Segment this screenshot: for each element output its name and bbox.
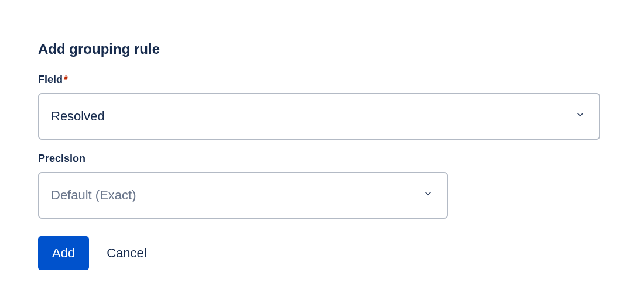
- precision-label: Precision: [38, 153, 606, 165]
- precision-select-placeholder: Default (Exact): [51, 188, 136, 203]
- precision-select-wrapper: Default (Exact): [38, 172, 448, 219]
- form-title: Add grouping rule: [38, 41, 606, 57]
- precision-group: Precision Default (Exact): [38, 153, 606, 219]
- button-row: Add Cancel: [38, 236, 606, 270]
- chevron-down-icon: [574, 109, 586, 124]
- field-label: Field*: [38, 74, 606, 86]
- cancel-button[interactable]: Cancel: [107, 246, 146, 261]
- field-group: Field* Resolved: [38, 74, 606, 140]
- field-select[interactable]: Resolved: [38, 93, 600, 140]
- required-asterisk: *: [64, 74, 68, 85]
- precision-select[interactable]: Default (Exact): [38, 172, 448, 219]
- field-select-wrapper: Resolved: [38, 93, 600, 140]
- field-label-text: Field: [38, 74, 63, 85]
- chevron-down-icon: [422, 188, 434, 203]
- add-grouping-rule-form: Add grouping rule Field* Resolved Precis…: [0, 0, 644, 270]
- add-button[interactable]: Add: [38, 236, 89, 270]
- field-select-value: Resolved: [51, 109, 105, 124]
